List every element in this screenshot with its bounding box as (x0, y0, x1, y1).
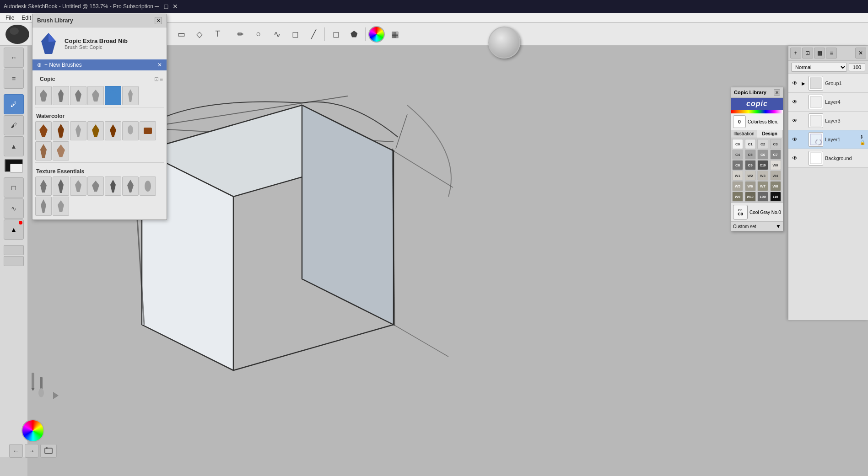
tool-eraser[interactable]: ◻ (4, 177, 24, 198)
wc-brush-1[interactable] (35, 121, 52, 140)
wc-brush-4[interactable] (87, 121, 104, 140)
wc-brush-5[interactable] (105, 121, 121, 140)
ellipse-button[interactable]: ○ (250, 26, 267, 43)
layers-panel-close[interactable]: ✕ (855, 48, 866, 59)
tool-brush[interactable]: 🖌 (4, 115, 24, 135)
copic-cell-C9[interactable]: C9 (745, 160, 756, 170)
tool-pen[interactable]: 🖊 (4, 94, 24, 114)
tool-special[interactable]: ▲ (4, 219, 24, 240)
tex-brush-8[interactable] (35, 197, 52, 216)
eraser-button[interactable]: ◻ (328, 26, 344, 43)
tex-brush-4[interactable] (87, 176, 104, 196)
layer-layer3[interactable]: 👁 ▶ Layer3 (788, 112, 868, 130)
copic-cell-C6[interactable]: C6 (757, 150, 768, 160)
color-wheel-button[interactable] (368, 26, 385, 43)
tex-brush-9[interactable] (53, 197, 69, 216)
menu-file[interactable]: File (2, 14, 18, 22)
curve-button[interactable]: ∿ (269, 26, 285, 43)
copic-library-close-button[interactable]: ✕ (774, 89, 780, 96)
layer-visibility-group1[interactable]: 👁 (791, 80, 798, 87)
copic-cell-W7[interactable]: W7 (757, 181, 768, 191)
wc-brush-7[interactable] (140, 121, 156, 140)
close-button[interactable]: ✕ (172, 3, 179, 10)
tab-illustration[interactable]: Illustration (731, 130, 757, 138)
tex-brush-3[interactable] (70, 176, 86, 196)
tex-brush-1[interactable] (35, 176, 52, 196)
copic-cell-C10[interactable]: C10 (757, 160, 768, 170)
copic-cell-W4[interactable]: W4 (770, 171, 781, 181)
copic-cell-W10[interactable]: W10 (745, 192, 756, 202)
pencil-button[interactable]: ✏ (232, 26, 248, 43)
copic-cell-C7[interactable]: C7 (770, 150, 781, 160)
duplicate-layer-button[interactable]: ⊡ (802, 48, 813, 59)
tex-brush-2[interactable] (53, 176, 69, 196)
ruler-button[interactable]: ◻ (287, 26, 303, 43)
copic-brush-3[interactable] (70, 86, 86, 105)
tab-design[interactable]: Design (757, 130, 783, 138)
layer-background[interactable]: 👁 ▶ Background (788, 149, 868, 168)
new-brushes-close[interactable]: ✕ (157, 62, 162, 68)
fill-button[interactable]: ⬟ (346, 26, 362, 43)
tool-move[interactable]: ↔ (4, 48, 24, 68)
layer-action-button[interactable] (40, 444, 57, 458)
copic-cell-W5[interactable]: W5 (732, 181, 743, 191)
wc-brush-9[interactable] (53, 141, 69, 160)
copic-cell-C4[interactable]: C4 (732, 150, 743, 160)
redo-nav-arrow[interactable]: → (25, 444, 38, 458)
swatch-button[interactable]: ▦ (387, 26, 403, 43)
wc-brush-2[interactable] (53, 121, 69, 140)
copic-cell-W8[interactable]: W8 (770, 181, 781, 191)
copic-brush-1[interactable] (35, 86, 52, 105)
copic-brush-5-selected[interactable] (105, 86, 121, 105)
layer-layer1[interactable]: 👁 ▶ Layer1 ⇕ 🔒 (788, 130, 868, 149)
copic-cell-C5[interactable]: C5 (745, 150, 756, 160)
add-layer-button[interactable]: + (790, 48, 801, 59)
copic-brush-2[interactable] (53, 86, 69, 105)
layer-lock-icon[interactable]: 🔒 (860, 140, 865, 145)
layer-layer4[interactable]: 👁 ▶ Layer4 (788, 93, 868, 112)
tool-smudge[interactable]: ∿ (4, 198, 24, 219)
copic-cell-W0[interactable]: W0 (770, 160, 781, 170)
section-expand-icon[interactable]: ⊡ (154, 76, 159, 82)
layer-visibility-layer1[interactable]: 👁 (791, 136, 798, 143)
copic-cell-W3[interactable]: W3 (757, 171, 768, 181)
brush-library-close-button[interactable]: ✕ (155, 17, 162, 24)
copic-brush-4[interactable] (87, 86, 104, 105)
copic-brush-6[interactable] (122, 86, 139, 105)
text-button[interactable]: T (210, 26, 226, 43)
layer-view-button[interactable]: ▦ (814, 48, 825, 59)
copic-cell-C3[interactable]: C3 (770, 139, 781, 149)
copic-colorless-row[interactable]: 0 Colorless Blen. (731, 113, 783, 130)
copic-cell-110[interactable]: 110 (770, 192, 781, 202)
copic-cell-W6[interactable]: W6 (745, 181, 756, 191)
tool-fill[interactable]: ▲ (4, 136, 24, 156)
rect-select-button[interactable]: ▭ (173, 26, 189, 43)
new-brushes-bar[interactable]: ⊕ + New Brushes ✕ (32, 59, 167, 70)
tex-brush-7[interactable] (140, 176, 156, 196)
minimize-button[interactable]: ─ (153, 3, 161, 10)
perspective-button[interactable]: ◇ (191, 26, 208, 43)
maximize-button[interactable]: □ (162, 3, 170, 10)
tex-brush-6[interactable] (122, 176, 139, 196)
layer-group1[interactable]: 👁 ▶ Group1 (788, 74, 868, 93)
wc-brush-6[interactable] (122, 121, 139, 140)
copic-cell-W2[interactable]: W2 (745, 171, 756, 181)
slash-button[interactable]: ╱ (305, 26, 322, 43)
layer-expand-group1[interactable]: ▶ (800, 80, 807, 86)
tool-extra2[interactable] (4, 256, 24, 266)
copic-cell-C0[interactable]: C0 (732, 139, 743, 149)
bg-color-swatch[interactable] (10, 164, 23, 173)
undo-nav-arrow[interactable]: ← (9, 444, 23, 458)
tex-brush-5[interactable] (105, 176, 121, 196)
brush-library-header[interactable]: Brush Library ✕ (32, 14, 167, 27)
wc-brush-3[interactable] (70, 121, 86, 140)
copic-cell-C2[interactable]: C2 (757, 139, 768, 149)
fg-color-swatch[interactable] (5, 159, 23, 172)
copic-cell-W1[interactable]: W1 (732, 171, 743, 181)
wc-brush-8[interactable] (35, 141, 52, 160)
copic-bottom-dropdown[interactable]: ▼ (776, 223, 781, 230)
layer-blend-icon[interactable]: ⇕ (860, 134, 865, 139)
brush-tool-icon[interactable] (35, 376, 47, 399)
copic-cell-100[interactable]: 100 (757, 192, 768, 202)
copic-cell-W9[interactable]: W9 (732, 192, 743, 202)
